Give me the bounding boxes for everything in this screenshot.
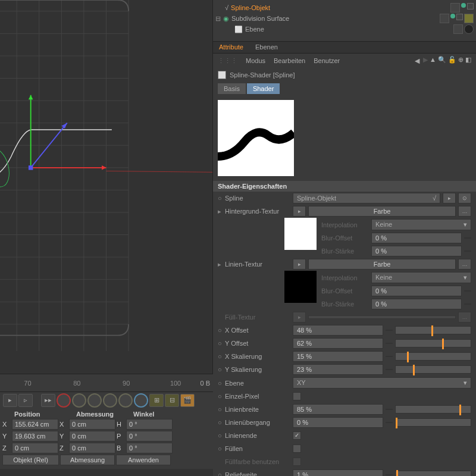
linienbreite-input[interactable] (293, 404, 383, 415)
line-more-button[interactable]: … (458, 259, 471, 270)
xoffset-input[interactable] (293, 325, 383, 336)
spin-icon[interactable] (386, 369, 393, 370)
bg-more-button[interactable]: … (458, 206, 471, 217)
menu-icon[interactable]: ◧ (465, 56, 471, 65)
coord-b-angle[interactable] (126, 443, 173, 453)
spin-icon[interactable] (386, 409, 393, 410)
linienueber-slider[interactable] (395, 418, 471, 427)
linienbreite-slider[interactable] (395, 405, 471, 414)
xskal-slider[interactable] (395, 352, 471, 361)
lock-icon[interactable]: 🔓 (448, 56, 456, 65)
coord-mode-dropdown[interactable]: Objekt (Rel) (2, 455, 59, 465)
spin-icon[interactable] (386, 356, 393, 357)
spin-icon[interactable] (464, 250, 471, 252)
play-alt-button[interactable]: ▹ (18, 394, 33, 407)
coord-y-abm[interactable] (69, 431, 115, 441)
spin-icon[interactable] (386, 422, 393, 423)
vis-editor-icon[interactable] (440, 14, 449, 23)
coord-z-abm[interactable] (69, 443, 115, 453)
line-swatch[interactable] (284, 271, 317, 303)
obj-check[interactable] (456, 14, 463, 20)
menu-modus[interactable]: Modus (246, 57, 265, 64)
spin-icon[interactable] (386, 343, 393, 344)
coord-x-pos[interactable] (12, 419, 58, 430)
search-icon[interactable]: 🔍 (438, 56, 446, 65)
subtab-basis[interactable]: Basis (218, 83, 246, 94)
key-param-button[interactable] (134, 393, 148, 408)
yoffset-input[interactable] (293, 338, 383, 349)
interp-dropdown[interactable]: Keine▾ (371, 219, 471, 230)
vis-editor-icon[interactable] (450, 3, 460, 12)
tex-arrow-button[interactable]: ▸ (293, 206, 306, 217)
yskal-slider[interactable] (395, 365, 471, 374)
object-tree[interactable]: √ Spline-Objekt ⊟ ◉ Subdivision Surface … (213, 0, 476, 42)
coord-p-angle[interactable] (126, 431, 173, 441)
grip-icon[interactable]: ⋮⋮⋮ (218, 57, 237, 65)
spin-icon[interactable] (464, 303, 471, 305)
shader-preview[interactable] (218, 100, 294, 176)
up-icon[interactable]: ▲ (430, 56, 436, 65)
tag2-icon[interactable] (464, 24, 474, 34)
blurst2-input[interactable] (371, 299, 462, 309)
fwd-icon[interactable]: ▶ (423, 56, 428, 65)
vis-dot-icon[interactable] (461, 3, 466, 8)
key-mode1-button[interactable]: ⊞ (149, 394, 164, 407)
record-button[interactable] (57, 393, 71, 408)
line-farbe-button[interactable]: Farbe (308, 259, 456, 270)
new-icon[interactable]: ⊕ (458, 56, 464, 65)
spin-icon[interactable] (386, 330, 393, 331)
yoffset-slider[interactable] (395, 339, 471, 347)
tag-icon[interactable] (464, 14, 474, 23)
back-icon[interactable]: ◄ (413, 56, 421, 65)
key-mode2-button[interactable]: ⊟ (165, 394, 179, 407)
xoffset-slider[interactable] (395, 326, 471, 334)
autokey-button[interactable] (72, 393, 86, 408)
ff-button[interactable]: ▸▸ (41, 394, 55, 407)
einzel-checkbox[interactable] (293, 392, 301, 400)
obj-ebene[interactable]: Ebene (245, 26, 451, 33)
ebene-dropdown[interactable]: XY▾ (293, 377, 471, 389)
tab-attribute[interactable]: Attribute (213, 42, 249, 53)
key-rot-button[interactable] (118, 393, 133, 408)
menu-benutzer[interactable]: Benutzer (314, 57, 340, 64)
relief-slider[interactable] (395, 471, 471, 476)
bluroff2-input[interactable] (371, 286, 462, 296)
coord-y-pos[interactable] (12, 431, 58, 441)
subtab-shader[interactable]: Shader (247, 83, 280, 94)
spin-icon[interactable] (464, 237, 471, 239)
tab-ebenen[interactable]: Ebenen (249, 42, 284, 53)
fuellen-checkbox[interactable] (293, 444, 301, 453)
linienende-checkbox[interactable] (293, 431, 301, 440)
tex-arrow-button[interactable]: ▸ (293, 259, 306, 270)
expand-icon[interactable]: ⊟ (215, 15, 221, 23)
bg-farbe-button[interactable]: Farbe (308, 206, 456, 217)
key-scale-button[interactable] (103, 393, 117, 408)
linienueber-input[interactable] (293, 417, 383, 428)
tag1-icon[interactable] (453, 24, 463, 34)
play-start-button[interactable]: ▸ (3, 394, 17, 407)
relief-input[interactable] (293, 469, 383, 476)
pick-button[interactable]: ▸ (443, 193, 456, 203)
obj-check[interactable] (467, 3, 474, 10)
obj-sds[interactable]: Subdivision Surface (231, 15, 437, 22)
coord-h-angle[interactable] (126, 419, 173, 430)
timeline[interactable]: 70 80 90 100 0 B (0, 374, 213, 392)
menu-bearbeiten[interactable]: Bearbeiten (274, 57, 305, 64)
apply-button[interactable]: Anwenden (116, 455, 171, 465)
vis-dot-icon[interactable] (450, 14, 455, 18)
coord-x-abm[interactable] (69, 419, 115, 430)
obj-spline[interactable]: Spline-Objekt (231, 4, 448, 11)
yskal-input[interactable] (293, 364, 383, 375)
bluroff-input[interactable] (371, 233, 462, 243)
viewport-3d[interactable] (0, 0, 213, 374)
clip-button[interactable]: 🎬 (180, 394, 195, 407)
spin-icon[interactable] (386, 474, 393, 475)
prop-spline-link[interactable]: Spline-Objekt√ (293, 193, 440, 203)
key-pos-button[interactable] (87, 393, 102, 408)
bg-swatch[interactable] (284, 218, 317, 250)
blurst-input[interactable] (371, 246, 462, 256)
coord-abm-dropdown[interactable]: Abmessung (60, 455, 115, 465)
coord-z-pos[interactable] (12, 443, 58, 453)
eyedrop-icon[interactable]: ⊙ (458, 193, 471, 203)
spin-icon[interactable] (464, 290, 471, 292)
